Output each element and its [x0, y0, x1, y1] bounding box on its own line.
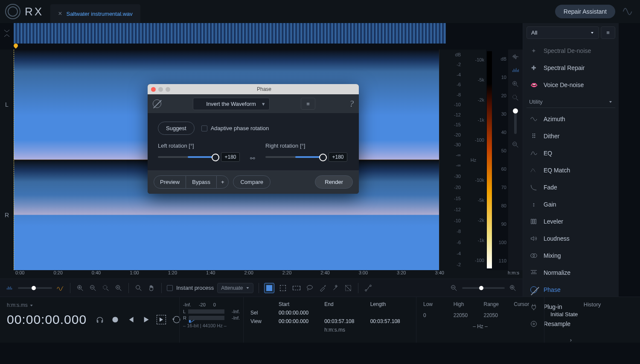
minimize-window-icon[interactable] — [158, 87, 163, 92]
zoom-out-h-icon[interactable] — [449, 283, 459, 293]
time-format-label[interactable]: h:m:s.ms ▼ — [7, 302, 172, 308]
heat-scale: dB102030405060708090100110 — [493, 50, 508, 270]
module-gain[interactable]: ↕Gain — [527, 197, 615, 212]
zoom-selection-icon[interactable] — [101, 283, 111, 293]
dialog-title: Phase — [173, 86, 355, 92]
playhead-marker-icon[interactable] — [13, 43, 19, 49]
playhead-line[interactable] — [14, 50, 14, 270]
play-selection-icon[interactable] — [157, 315, 166, 324]
view-tool-strip — [508, 50, 523, 270]
time-select-tool[interactable] — [264, 283, 274, 293]
instant-process-dropdown[interactable]: Attenuate▼ — [217, 283, 253, 293]
hand-tool-icon[interactable] — [147, 283, 156, 293]
module-dither[interactable]: ⠿Dither — [527, 128, 615, 144]
zoom-out-icon[interactable] — [88, 283, 98, 293]
module-mixing[interactable]: Mixing — [527, 248, 615, 263]
zoom-in-vert-icon[interactable] — [511, 79, 520, 89]
bypass-button[interactable]: Bypass — [186, 175, 216, 189]
blend-slider[interactable] — [18, 287, 52, 289]
freq-scale: -10k-5k-2k-1k-100 Hz -10k-5k-2k-1k-100 — [463, 50, 486, 270]
time-ruler[interactable]: 0:000:200:401:001:201:402:002:202:403:00… — [0, 270, 523, 279]
compare-button[interactable]: Compare — [233, 175, 270, 189]
right-rotation-slider[interactable] — [265, 156, 325, 158]
right-rotation-value[interactable]: +180 — [329, 152, 347, 162]
add-button[interactable]: + — [216, 175, 229, 189]
spectro-blend-icon[interactable] — [55, 283, 65, 293]
zoom-selection-vert-icon[interactable] — [511, 93, 520, 102]
overview-waveform[interactable] — [14, 23, 446, 44]
module-filter-dropdown[interactable]: All▼ — [527, 26, 599, 39]
left-rotation-slider[interactable] — [158, 156, 218, 158]
db-scale: dB-2-4-6-8-10-12-15-20-30-∞ -∞-30-20-15-… — [439, 50, 463, 270]
freq-select-tool[interactable] — [291, 283, 302, 293]
adaptive-checkbox[interactable]: Adaptive phase rotation — [201, 125, 269, 131]
help-icon[interactable]: ? — [349, 99, 354, 109]
selection-info: StartEndLength Sel00:00:00.000 View00:00… — [243, 297, 416, 343]
module-voice-denoise[interactable]: 👄Voice De-noise — [527, 77, 615, 93]
svg-rect-16 — [535, 219, 536, 224]
deselect-icon[interactable] — [343, 283, 353, 293]
maximize-window-icon[interactable] — [166, 87, 170, 92]
brush-tool-icon[interactable] — [318, 283, 327, 293]
instant-process-checkbox[interactable] — [167, 285, 173, 291]
vertical-zoom-slider[interactable] — [514, 108, 517, 134]
skip-back-icon[interactable] — [126, 315, 135, 324]
module-fade[interactable]: Fade — [527, 180, 615, 195]
history-item[interactable]: Initial State — [550, 311, 634, 317]
zoom-in-icon[interactable] — [76, 283, 85, 293]
top-bar: RX × Saltwater instrumental.wav Repair A… — [0, 0, 640, 23]
module-spectral-repair[interactable]: ✚Spectral Repair — [527, 60, 615, 76]
close-window-icon[interactable] — [151, 87, 156, 92]
repair-assistant-button[interactable]: Repair Assistant — [555, 5, 615, 18]
file-tab[interactable]: × Saltwater instrumental.wav — [50, 4, 140, 23]
module-eq[interactable]: EQ — [527, 146, 615, 161]
headphones-icon[interactable] — [95, 315, 105, 324]
render-button[interactable]: Render — [315, 175, 353, 189]
close-icon[interactable]: × — [58, 10, 62, 17]
waveform-view-icon[interactable] — [511, 52, 520, 61]
module-leveler[interactable]: Leveler — [527, 214, 615, 229]
module-normalize[interactable]: Normalize — [527, 265, 615, 280]
svg-point-5 — [103, 285, 107, 289]
svg-point-8 — [307, 285, 313, 289]
record-icon[interactable] — [111, 315, 120, 324]
channel-left-label: L — [0, 50, 14, 160]
module-phase[interactable]: Phase — [527, 282, 615, 297]
svg-point-11 — [370, 285, 372, 286]
freq-info: LowHighRangeCursor 02205022050 – Hz – — [416, 297, 544, 343]
module-eq-match[interactable]: EQ Match — [527, 163, 615, 178]
preview-button[interactable]: Preview — [154, 175, 186, 189]
right-rotation-label: Right rotation [°] — [265, 143, 347, 149]
timefreq-select-tool[interactable] — [278, 283, 288, 293]
left-rotation-value[interactable]: +180 — [221, 152, 240, 162]
level-meters: -Inf.-200 L-Inf. R-Inf. – 16-bit | 44100… — [179, 297, 243, 343]
curve-tool-icon[interactable] — [364, 283, 373, 293]
module-menu-icon[interactable]: ≡ — [601, 26, 615, 39]
zoom-tool-icon[interactable] — [134, 283, 143, 293]
module-azimuth[interactable]: Azimuth — [527, 111, 615, 127]
module-loudness[interactable]: Loudness — [527, 231, 615, 246]
svg-point-1 — [513, 95, 517, 99]
spectrogram-view-icon[interactable] — [511, 66, 520, 75]
dialog-titlebar[interactable]: Phase — [148, 84, 359, 94]
play-icon[interactable] — [141, 315, 151, 324]
zoom-in-h-icon[interactable] — [508, 283, 518, 293]
h-zoom-slider[interactable] — [462, 287, 505, 289]
zoom-out-vert-icon[interactable] — [511, 140, 520, 149]
wand-tool-icon[interactable] — [331, 283, 340, 293]
waveform-blend-icon[interactable] — [5, 283, 15, 293]
zoom-fit-icon[interactable] — [114, 283, 123, 293]
app-logo: RX — [5, 4, 44, 19]
svg-point-17 — [531, 254, 535, 258]
utility-section-header[interactable]: Utility▼ — [527, 96, 615, 108]
svg-point-10 — [365, 289, 367, 291]
svg-rect-15 — [533, 219, 534, 224]
suggest-button[interactable]: Suggest — [158, 122, 195, 135]
module-spectral-denoise[interactable]: ✦Spectral De-noise — [527, 43, 615, 58]
lasso-tool-icon[interactable] — [305, 283, 314, 293]
left-rotation-label: Left rotation [°] — [158, 143, 240, 149]
link-channels-icon[interactable]: ⚯ — [250, 155, 255, 162]
preset-dropdown[interactable]: Invert the Waveform — [193, 98, 270, 110]
preset-menu-icon[interactable]: ≡ — [301, 98, 315, 110]
overview-collapse-icon[interactable] — [0, 23, 14, 44]
